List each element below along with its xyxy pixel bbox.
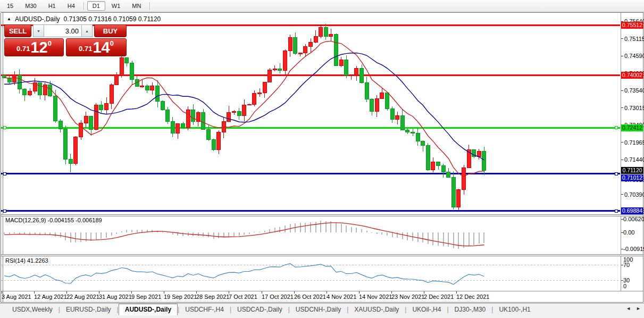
sell-button[interactable]: SELL bbox=[4, 24, 31, 37]
price-axis-tick: 0.71440 bbox=[624, 156, 644, 163]
price-axis-tick: 0.73540 bbox=[624, 87, 644, 94]
date-axis-label: 22 Aug 2021 bbox=[66, 294, 99, 300]
macd-axis-tick: 0.00 bbox=[623, 229, 634, 236]
chart-ohlc-values: 0.71305 0.71316 0.71059 0.71120 bbox=[64, 15, 161, 23]
rsi-axis-tick: 70 bbox=[623, 262, 630, 268]
chart-symbol-label: AUDUSD-,Daily bbox=[15, 15, 60, 23]
chart-tab-usdcnh-daily[interactable]: USDCNH-,Daily bbox=[290, 304, 347, 315]
macd-axis-tick: 0.006201 bbox=[623, 216, 644, 222]
sell-price-prefix: 0.71 bbox=[16, 45, 30, 53]
date-axis-label: 2 Dec 2021 bbox=[424, 294, 454, 300]
chart-title: ▲ AUDUSD-,Daily 0.71305 0.71316 0.71059 … bbox=[7, 15, 161, 23]
buy-price-box[interactable]: 0.71 14 0 bbox=[66, 38, 127, 56]
level-price-label: 0.69884 bbox=[621, 207, 643, 214]
chart-tab-usdx-weekly[interactable]: USDX,Weekly bbox=[6, 304, 58, 315]
tab-scroll-arrows: ◄ ► bbox=[626, 306, 641, 311]
one-click-trade-panel: SELL ▼ 3.00 ▲ BUY 0.71 12 0 0.71 14 0 bbox=[4, 24, 127, 56]
date-axis-label: 19 Sep 2021 bbox=[164, 294, 197, 300]
chart-tab-eurusd-daily[interactable]: EURUSD-,Daily bbox=[60, 304, 117, 315]
date-axis-label: 17 Oct 2021 bbox=[262, 294, 294, 300]
chart-tab-bar: USDX,Weekly|EURUSD-,Daily|AUDUSD-,Daily|… bbox=[0, 303, 644, 315]
volume-decrease-icon[interactable]: ▼ bbox=[34, 25, 44, 37]
chart-tab-uk100-h1[interactable]: UK100-,H1 bbox=[493, 304, 536, 315]
price-axis-tick: 0.75115 bbox=[624, 36, 644, 42]
date-axis-label: 12 Aug 2021 bbox=[34, 294, 67, 300]
macd-axis-tick: -0.009197 bbox=[623, 246, 644, 252]
date-axis-label: 28 Sep 2021 bbox=[196, 294, 229, 300]
date-axis-label: 7 Oct 2021 bbox=[229, 294, 257, 300]
buy-button[interactable]: BUY bbox=[94, 24, 127, 37]
rsi-axis-tick: 0 bbox=[623, 283, 626, 289]
tab-scroll-left-icon[interactable]: ◄ bbox=[626, 306, 631, 311]
date-axis-label: 4 Nov 2021 bbox=[327, 294, 356, 300]
sell-price-point: 0 bbox=[48, 39, 52, 47]
sell-price-pips: 12 bbox=[30, 40, 47, 55]
date-axis-label: 12 Dec 2021 bbox=[456, 294, 489, 300]
price-axis-tick: 0.71965 bbox=[624, 139, 644, 146]
volume-increase-icon[interactable]: ▲ bbox=[81, 25, 92, 37]
level-price-label: 0.72412 bbox=[621, 124, 643, 131]
price-axis-tick: 0.73015 bbox=[624, 105, 644, 111]
date-axis-label: 23 Nov 2021 bbox=[391, 294, 424, 300]
current-price-label: 0.71120 bbox=[621, 167, 643, 174]
level-price-label: 0.75512 bbox=[621, 22, 643, 29]
level-price-label: 0.71012 bbox=[621, 174, 643, 181]
sell-price-box[interactable]: 0.71 12 0 bbox=[4, 38, 64, 56]
chart-tab-xauusd-daily[interactable]: XAUUSD-,Daily bbox=[348, 304, 405, 315]
price-axis-tick: 0.70390 bbox=[624, 191, 644, 198]
level-price-label: 0.74002 bbox=[621, 72, 643, 79]
chart-tab-ukoil-h4[interactable]: UKOil-,H4 bbox=[406, 304, 447, 315]
collapse-triangle-icon[interactable]: ▲ bbox=[7, 16, 11, 21]
date-axis-label: 9 Sep 2021 bbox=[131, 294, 161, 300]
buy-price-prefix: 0.71 bbox=[79, 45, 92, 53]
date-axis-label: 3 Aug 2021 bbox=[2, 294, 31, 300]
volume-input[interactable]: 3.00 bbox=[44, 25, 81, 37]
chart-tab-dj30-m30[interactable]: DJ30-,M30 bbox=[449, 304, 492, 315]
date-axis-label: 31 Aug 2021 bbox=[99, 294, 132, 300]
chart-tab-usdchf-h4[interactable]: USDCHF-,H4 bbox=[179, 304, 230, 315]
chart-tab-usdcad-daily[interactable]: USDCAD-,Daily bbox=[231, 304, 288, 315]
date-axis-label: 14 Nov 2021 bbox=[359, 294, 392, 300]
rsi-pane-label: RSI(14) 41.2263 bbox=[5, 257, 48, 264]
buy-price-point: 0 bbox=[110, 39, 114, 47]
chart-tab-audusd-daily[interactable]: AUDUSD-,Daily bbox=[119, 304, 178, 315]
price-axis-tick: 0.74590 bbox=[624, 53, 644, 59]
macd-pane-label: MACD(12,26,9) -0.004155 -0.006189 bbox=[5, 217, 102, 223]
date-axis-label: 26 Oct 2021 bbox=[294, 294, 326, 300]
buy-price-pips: 14 bbox=[93, 40, 110, 55]
volume-group: ▼ 3.00 ▲ bbox=[33, 24, 93, 37]
tab-scroll-right-icon[interactable]: ► bbox=[636, 306, 641, 311]
